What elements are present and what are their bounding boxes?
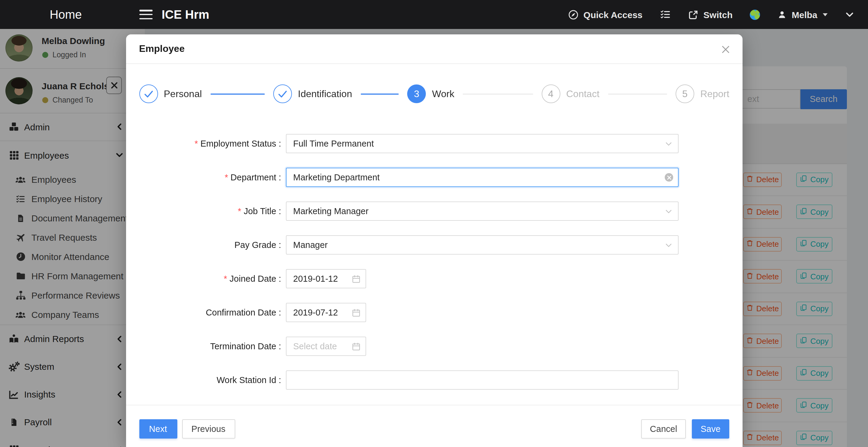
chevron-down-icon <box>845 10 854 19</box>
field-label: Confirmation Date <box>126 303 281 322</box>
app-title: ICE Hrm <box>162 0 209 29</box>
list-check-icon <box>660 9 671 20</box>
field-label: Department <box>126 168 281 187</box>
field-label: Joined Date <box>126 269 281 288</box>
step-report[interactable]: 5 Report <box>676 85 729 103</box>
footer-divider <box>126 405 743 406</box>
step-check-icon <box>139 85 158 103</box>
step-connector <box>210 93 265 94</box>
quick-access-label: Quick Access <box>584 9 643 20</box>
cancel-button[interactable]: Cancel <box>641 419 686 439</box>
department-select[interactable]: Marketing Department <box>286 168 679 187</box>
quick-access-button[interactable]: Quick Access <box>568 9 643 20</box>
collapse-header-button[interactable] <box>845 10 854 19</box>
user-icon <box>778 10 787 19</box>
field-label: Work Station Id <box>126 370 281 390</box>
job-title-select[interactable]: Marketing Manager <box>286 202 679 221</box>
step-check-icon <box>273 85 292 103</box>
field-label: Employment Status <box>126 134 281 153</box>
step-number: 3 <box>407 85 426 103</box>
clear-icon[interactable] <box>665 173 673 182</box>
globe-icon <box>750 9 760 20</box>
field-label: Job Title <box>126 202 281 221</box>
modal-title: Employee <box>139 43 185 54</box>
employee-modal: Employee Personal Identification 3 <box>126 34 743 447</box>
topbar-actions: Quick Access Switch Melba <box>568 0 854 29</box>
tasks-button[interactable] <box>660 9 671 20</box>
employment-status-select[interactable]: Full Time Permanent <box>286 134 679 153</box>
screen: Home ICE Hrm Quick Access Switch <box>0 0 868 447</box>
field-label: Pay Grade <box>126 235 281 255</box>
step-number: 4 <box>541 85 560 103</box>
calendar-icon <box>352 342 361 351</box>
language-globe-button[interactable] <box>750 9 760 20</box>
next-button[interactable]: Next <box>139 419 177 439</box>
step-contact[interactable]: 4 Contact <box>541 85 676 103</box>
chevron-down-icon <box>665 209 672 213</box>
user-menu[interactable]: Melba <box>778 9 828 20</box>
step-work[interactable]: 3 Work <box>407 85 542 103</box>
work-form: Employment Status Full Time Permanent De… <box>126 134 743 404</box>
chevron-down-icon <box>665 243 672 247</box>
hamburger-menu-icon[interactable] <box>140 10 153 22</box>
save-button[interactable]: Save <box>692 419 729 439</box>
topbar: Home ICE Hrm Quick Access Switch <box>0 0 868 29</box>
steps-wizard: Personal Identification 3 Work 4 Contact <box>139 79 729 109</box>
close-icon[interactable] <box>721 44 731 54</box>
pay-grade-select[interactable]: Manager <box>286 235 679 255</box>
calendar-icon <box>352 308 361 317</box>
step-connector <box>463 93 533 94</box>
switch-icon <box>688 9 699 20</box>
field-label: Termination Date <box>126 337 281 356</box>
caret-down-icon <box>823 13 828 16</box>
compass-icon <box>568 9 579 20</box>
chevron-down-icon <box>665 142 672 146</box>
switch-label: Switch <box>703 9 733 20</box>
modal-header: Employee <box>126 34 743 64</box>
user-name-label: Melba <box>792 9 817 20</box>
step-connector <box>361 93 399 94</box>
calendar-icon <box>352 274 361 283</box>
home-link[interactable]: Home <box>0 0 131 29</box>
step-number: 5 <box>676 85 694 103</box>
switch-user-button[interactable]: Switch <box>688 9 733 20</box>
step-identification[interactable]: Identification <box>273 85 407 103</box>
work-station-id-input[interactable] <box>286 370 679 390</box>
step-personal[interactable]: Personal <box>139 85 273 103</box>
previous-button[interactable]: Previous <box>182 419 235 439</box>
step-connector <box>608 93 667 94</box>
